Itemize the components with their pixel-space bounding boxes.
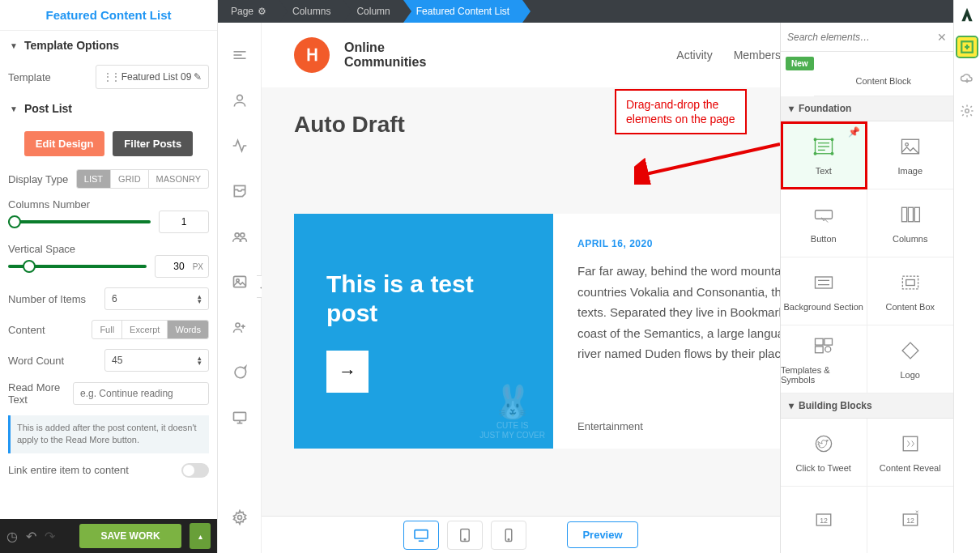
breadcrumb-columns[interactable]: Columns: [279, 0, 343, 23]
breadcrumb-column[interactable]: Column: [343, 0, 403, 23]
post-list-accordion[interactable]: ▼ Post List: [0, 94, 217, 123]
device-mobile-button[interactable]: [491, 521, 526, 550]
vspace-input[interactable]: [156, 261, 188, 272]
element-countdown-1[interactable]: 12: [781, 487, 867, 553]
word-count-input[interactable]: 45 ▴▾: [104, 349, 209, 372]
close-icon[interactable]: ✕: [937, 31, 947, 44]
display-grid-option[interactable]: GRID: [111, 170, 149, 188]
menu-icon[interactable]: [232, 47, 248, 66]
pin-icon[interactable]: 📌: [848, 126, 860, 138]
svg-point-12: [237, 516, 241, 520]
columns-element-icon: [899, 203, 922, 228]
reveal-icon: [899, 432, 922, 457]
element-button[interactable]: Button: [781, 189, 867, 257]
add-element-button[interactable]: [957, 37, 977, 57]
display-type-label: Display Type: [8, 173, 70, 185]
breadcrumb-active[interactable]: Featured Content List: [403, 0, 522, 23]
link-entire-toggle[interactable]: [181, 463, 209, 478]
redo-icon[interactable]: ↷: [45, 529, 55, 544]
content-type-segment: Full Excerpt Words: [92, 320, 209, 339]
element-countdown-2[interactable]: 12: [867, 487, 954, 553]
cloud-icon[interactable]: [960, 71, 974, 89]
svg-text:12: 12: [820, 516, 828, 524]
post-category[interactable]: Entertainment: [577, 420, 643, 432]
nav-members[interactable]: Members: [734, 49, 781, 62]
svg-text:12: 12: [906, 516, 914, 524]
element-bg-section[interactable]: Background Section: [781, 257, 867, 325]
element-text[interactable]: 📌 Text: [781, 121, 867, 189]
caret-down-icon: ▾: [789, 400, 794, 411]
content-excerpt-option[interactable]: Excerpt: [122, 321, 168, 338]
bg-section-icon: [812, 271, 835, 296]
edit-design-button[interactable]: Edit Design: [24, 131, 105, 156]
image-icon[interactable]: [232, 274, 248, 293]
columns-input[interactable]: [159, 211, 209, 233]
annotation-callout: Drag-and-drop the elements on the page: [615, 89, 747, 134]
word-count-label: Word Count: [8, 355, 98, 367]
search-elements-input[interactable]: [787, 32, 937, 43]
read-more-arrow-button[interactable]: →: [326, 351, 369, 393]
slider-thumb[interactable]: [23, 260, 36, 273]
element-click-tweet[interactable]: Click to Tweet: [781, 419, 867, 487]
desktop-icon[interactable]: [232, 410, 248, 429]
columns-number-label: Columns Number: [8, 198, 209, 211]
text-element-icon: [812, 135, 835, 160]
num-items-dropdown[interactable]: 6 ▴▾: [104, 287, 209, 310]
element-image[interactable]: Image: [867, 121, 954, 189]
building-blocks-category[interactable]: ▾ Building Blocks: [781, 393, 953, 419]
slider-thumb[interactable]: [8, 215, 21, 228]
breadcrumb-page[interactable]: Page ⚙: [218, 0, 279, 23]
chat-icon[interactable]: [232, 364, 248, 384]
element-columns[interactable]: Columns: [867, 189, 954, 257]
user-icon[interactable]: [232, 92, 248, 112]
content-words-option[interactable]: Words: [168, 321, 208, 338]
svg-rect-44: [902, 276, 918, 289]
friends-icon[interactable]: [232, 319, 248, 338]
inbox-icon[interactable]: [232, 183, 248, 202]
read-more-input[interactable]: [73, 382, 209, 405]
save-dropdown-button[interactable]: ▴: [190, 523, 211, 549]
template-selector[interactable]: ⋮⋮ Featured List 09 ✎: [96, 65, 209, 89]
display-list-option[interactable]: LIST: [77, 170, 111, 188]
caret-down-icon: ▼: [10, 104, 18, 113]
display-masonry-option[interactable]: MASONRY: [149, 170, 208, 188]
caret-down-icon: ▾: [789, 103, 794, 114]
panel-title: Featured Content List: [0, 0, 217, 31]
device-tablet-button[interactable]: [447, 521, 483, 550]
svg-point-49: [825, 346, 831, 351]
svg-point-31: [814, 138, 816, 140]
post-title: This is a test post: [326, 270, 521, 328]
filter-posts-button[interactable]: Filter Posts: [113, 131, 193, 156]
link-entire-label: Link entire item to content: [8, 464, 175, 476]
content-block-label[interactable]: Content Block: [856, 76, 911, 86]
history-icon[interactable]: ◷: [6, 529, 18, 544]
content-full-option[interactable]: Full: [92, 321, 122, 338]
app-logo-icon[interactable]: [959, 6, 975, 23]
image-element-icon: [899, 135, 922, 160]
post-image-area: This is a test post → 🐰 CUTE IS JUST MY …: [294, 214, 553, 449]
foundation-category[interactable]: ▾ Foundation: [781, 96, 953, 121]
logo-glyph-icon: ᕼ: [306, 45, 318, 65]
svg-rect-50: [902, 342, 918, 359]
pencil-icon[interactable]: ✎: [194, 71, 202, 83]
settings-icon[interactable]: [232, 509, 248, 529]
site-logo[interactable]: ᕼ: [294, 37, 330, 73]
element-content-reveal[interactable]: Content Reveal: [867, 419, 954, 487]
activity-icon[interactable]: [232, 138, 248, 157]
preview-button[interactable]: Preview: [567, 521, 637, 548]
device-desktop-button[interactable]: [403, 521, 439, 550]
undo-icon[interactable]: ↶: [26, 529, 36, 544]
vspace-slider[interactable]: [8, 265, 147, 268]
template-options-accordion[interactable]: ▼ Template Options: [0, 31, 217, 60]
nav-activity[interactable]: Activity: [676, 49, 712, 62]
svg-rect-40: [914, 207, 919, 222]
element-content-box[interactable]: Content Box: [867, 257, 954, 325]
element-logo[interactable]: Logo: [867, 325, 954, 393]
element-templates[interactable]: Templates & Symbols: [781, 325, 867, 393]
save-work-button[interactable]: SAVE WORK: [79, 524, 181, 548]
new-badge: New: [786, 57, 814, 70]
columns-slider[interactable]: [8, 220, 151, 223]
svg-point-36: [905, 143, 909, 146]
gear-icon[interactable]: [960, 104, 974, 121]
group-icon[interactable]: [232, 228, 248, 248]
